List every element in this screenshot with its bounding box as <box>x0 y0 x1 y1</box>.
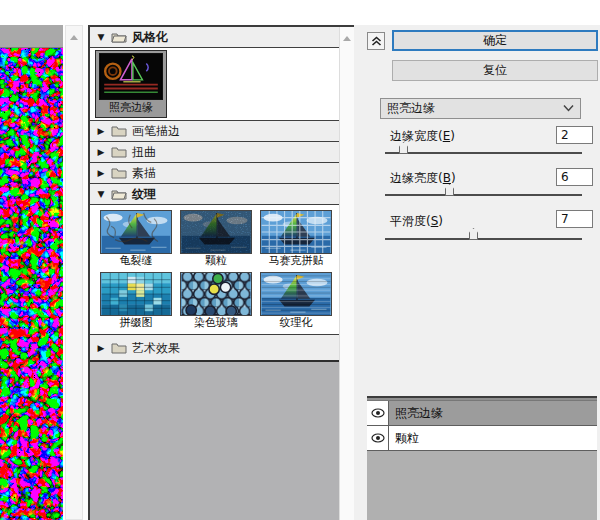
mosaic-tiles-preview <box>260 210 332 254</box>
craquelure-preview <box>100 210 172 254</box>
preview-canvas-margin <box>0 25 63 48</box>
filter-select-value: 照亮边缘 <box>387 101 435 115</box>
triangle-expanded-icon: ▼ <box>96 27 106 47</box>
texture-thumbnails-area: 龟裂缝 颗粒 马赛克拼贴 <box>90 205 339 335</box>
effect-layer-name: 颗粒 <box>389 426 597 450</box>
folder-closed-icon <box>111 342 127 354</box>
thumbnail-mosaic-tiles[interactable]: 马赛克拼贴 <box>256 208 336 268</box>
glowing-edges-preview <box>99 53 163 100</box>
category-artistic[interactable]: ▶ 艺术效果 <box>90 335 339 362</box>
thumbnail-label: 染色玻璃 <box>176 316 256 330</box>
patchwork-preview <box>100 272 172 316</box>
category-brush-strokes[interactable]: ▶ 画笔描边 <box>90 121 339 142</box>
thumbnail-label: 马赛克拼贴 <box>256 254 336 268</box>
edge-brightness-input[interactable]: 6 <box>556 168 593 186</box>
stained-glass-preview <box>180 272 252 316</box>
category-texture[interactable]: ▼ 纹理 <box>90 184 339 205</box>
thumbnail-craquelure[interactable]: 龟裂缝 <box>96 208 176 268</box>
triangle-collapsed-icon: ▶ <box>96 142 106 162</box>
chevron-down-icon <box>563 104 574 112</box>
thumbnail-glowing-edges[interactable]: 照亮边缘 <box>95 50 167 118</box>
scroll-up-icon[interactable] <box>70 35 78 40</box>
folder-open-icon <box>111 188 127 200</box>
filter-list-scrollbar[interactable] <box>339 27 354 520</box>
edge-width-label: 边缘宽度(E) <box>390 128 455 145</box>
settings-panel: 确定 复位 照亮边缘 边缘宽度(E) 2 边缘亮度(B) 6 平滑度(S) 7 <box>354 25 600 520</box>
triangle-collapsed-icon: ▶ <box>96 163 106 183</box>
smoothness-label: 平滑度(S) <box>390 213 443 230</box>
edge-brightness-label: 边缘亮度(B) <box>390 170 456 187</box>
thumbnail-label: 照亮边缘 <box>96 100 166 115</box>
ok-button[interactable]: 确定 <box>392 30 598 51</box>
grain-preview <box>180 210 252 254</box>
triangle-collapsed-icon: ▶ <box>96 335 106 361</box>
effect-layers-panel: 照亮边缘 颗粒 <box>367 396 597 520</box>
edge-width-input[interactable]: 2 <box>556 126 593 144</box>
thumbnail-stained-glass[interactable]: 染色玻璃 <box>176 270 256 330</box>
triangle-collapsed-icon: ▶ <box>96 121 106 141</box>
effect-layer-name: 照亮边缘 <box>389 401 597 425</box>
edge-width-slider[interactable] <box>385 152 582 154</box>
thumbnail-label: 颗粒 <box>176 254 256 268</box>
thumbnail-texturizer[interactable]: 纹理化 <box>256 270 336 330</box>
thumbnail-label: 纹理化 <box>256 316 336 330</box>
texturizer-preview <box>260 272 332 316</box>
eye-icon <box>371 433 385 443</box>
edge-brightness-slider[interactable] <box>385 194 582 196</box>
category-label: 画笔描边 <box>132 121 180 141</box>
category-label: 素描 <box>132 163 156 183</box>
thumbnail-patchwork[interactable]: 拼缀图 <box>96 270 176 330</box>
folder-closed-icon <box>111 125 127 137</box>
category-stylize[interactable]: ▼ 风格化 <box>90 27 339 48</box>
image-preview[interactable] <box>0 25 63 520</box>
collapse-panel-button[interactable] <box>367 32 385 50</box>
stylize-thumbnails-area: 照亮边缘 <box>90 48 339 121</box>
folder-open-icon <box>111 31 127 43</box>
category-label: 扭曲 <box>132 142 156 162</box>
category-sketch[interactable]: ▶ 素描 <box>90 163 339 184</box>
effect-layer-glowing-edges[interactable]: 照亮边缘 <box>367 401 597 426</box>
thumbnail-label: 拼缀图 <box>96 316 176 330</box>
effect-layer-grain[interactable]: 颗粒 <box>367 426 597 451</box>
thumbnail-label: 龟裂缝 <box>96 254 176 268</box>
filter-list-panel: ▼ 风格化 <box>88 25 354 520</box>
category-distort[interactable]: ▶ 扭曲 <box>90 142 339 163</box>
preview-noise-image <box>0 48 63 520</box>
visibility-toggle[interactable] <box>367 426 389 450</box>
thumbnail-grain[interactable]: 颗粒 <box>176 208 256 268</box>
smoothness-slider[interactable] <box>385 238 582 240</box>
preview-scrollbar[interactable] <box>65 25 83 520</box>
top-band <box>0 0 600 25</box>
filter-list-filler <box>90 362 339 520</box>
eye-icon <box>371 408 385 418</box>
filter-select-dropdown[interactable]: 照亮边缘 <box>380 98 581 119</box>
double-chevron-up-icon <box>371 36 382 47</box>
triangle-expanded-icon: ▼ <box>96 184 106 204</box>
category-label: 风格化 <box>132 27 168 47</box>
visibility-toggle[interactable] <box>367 401 389 425</box>
smoothness-input[interactable]: 7 <box>556 210 593 228</box>
reset-button[interactable]: 复位 <box>392 60 598 81</box>
category-label: 艺术效果 <box>132 335 180 361</box>
category-label: 纹理 <box>132 184 156 204</box>
folder-closed-icon <box>111 167 127 179</box>
folder-closed-icon <box>111 146 127 158</box>
smoothness-slider-thumb[interactable] <box>469 228 478 240</box>
scroll-up-icon[interactable] <box>343 36 351 41</box>
